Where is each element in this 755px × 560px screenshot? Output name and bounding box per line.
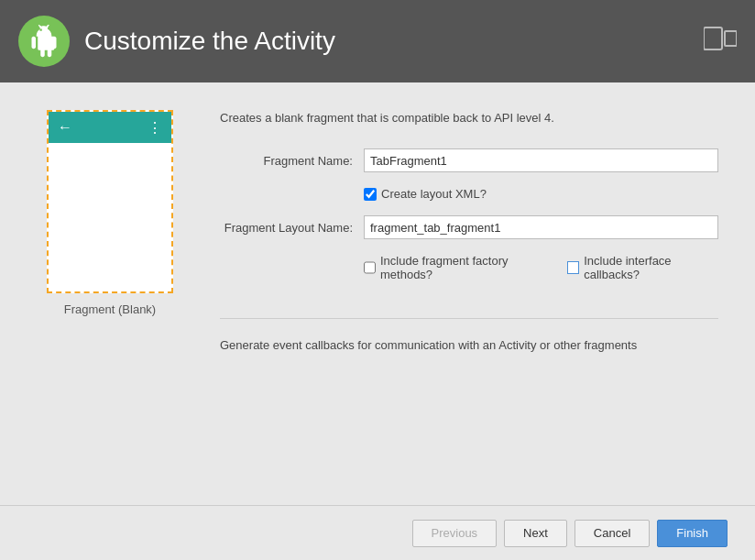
fragment-name-input[interactable] [364, 148, 718, 172]
include-factory-label: Include fragment factory methods? [380, 254, 549, 281]
fragment-name-label: Fragment Name: [220, 154, 353, 168]
include-factory-checkbox[interactable] [364, 261, 376, 274]
fragment-layout-row: Fragment Layout Name: [220, 215, 718, 239]
include-callbacks-item: Include interface callbacks? [567, 254, 718, 281]
preview-header: ← ⋮ [49, 112, 171, 143]
fragment-preview: ← ⋮ [47, 110, 173, 293]
svg-rect-0 [704, 27, 722, 49]
create-layout-checkbox-item: Create layout XML? [364, 187, 487, 201]
include-callbacks-label: Include interface callbacks? [584, 254, 718, 281]
finish-button[interactable]: Finish [657, 520, 728, 547]
previous-button[interactable]: Previous [412, 520, 498, 547]
device-icon [704, 26, 737, 58]
preview-label: Fragment (Blank) [64, 302, 156, 316]
back-arrow-icon: ← [58, 119, 72, 136]
footer: Previous Next Cancel Finish [0, 505, 755, 560]
right-panel: Creates a blank fragment that is compati… [220, 110, 718, 478]
fragment-name-row: Fragment Name: [220, 148, 718, 172]
left-panel: ← ⋮ Fragment (Blank) [37, 110, 183, 478]
main-content: ← ⋮ Fragment (Blank) Creates a blank fra… [0, 82, 755, 505]
fragment-layout-label: Fragment Layout Name: [220, 221, 353, 235]
overflow-menu-icon: ⋮ [148, 119, 162, 137]
create-layout-checkbox[interactable] [364, 188, 377, 201]
create-layout-row: Create layout XML? [364, 187, 718, 201]
generate-description: Generate event callbacks for communicati… [220, 337, 718, 354]
form-section: Fragment Name: Create layout XML? Fragme… [220, 148, 718, 281]
description-text: Creates a blank fragment that is compati… [220, 110, 718, 126]
fragment-layout-input[interactable] [364, 215, 718, 239]
header: Customize the Activity [0, 0, 755, 82]
android-logo-icon [18, 16, 70, 67]
cancel-button[interactable]: Cancel [574, 520, 650, 547]
page-title: Customize the Activity [84, 27, 689, 56]
next-button[interactable]: Next [504, 520, 567, 547]
divider [220, 318, 718, 319]
include-factory-item: Include fragment factory methods? [364, 254, 549, 281]
include-callbacks-checkbox[interactable] [567, 261, 579, 274]
svg-rect-1 [725, 31, 737, 46]
include-checkboxes-row: Include fragment factory methods? Includ… [364, 254, 718, 281]
create-layout-label: Create layout XML? [381, 187, 487, 201]
